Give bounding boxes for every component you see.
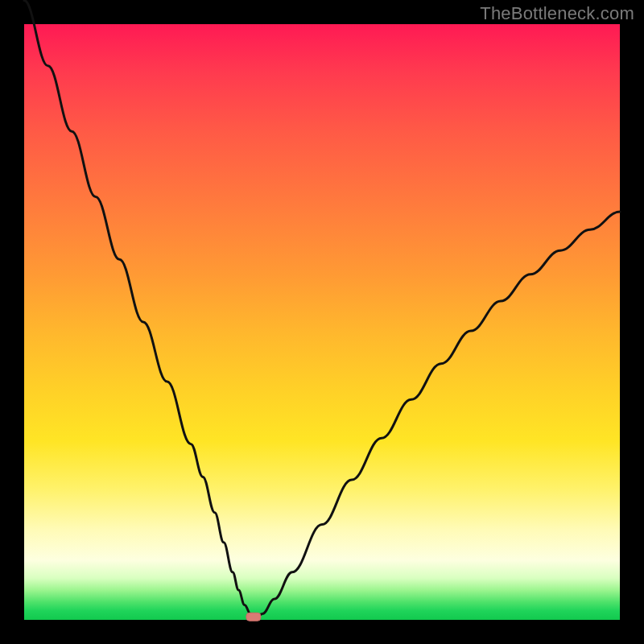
minimum-marker — [246, 613, 261, 621]
chart-svg — [24, 24, 620, 620]
bottleneck-curve — [24, 0, 620, 617]
chart-stage: TheBottleneck.com — [0, 0, 644, 644]
plot-area — [24, 24, 620, 620]
watermark-text: TheBottleneck.com — [480, 3, 634, 24]
